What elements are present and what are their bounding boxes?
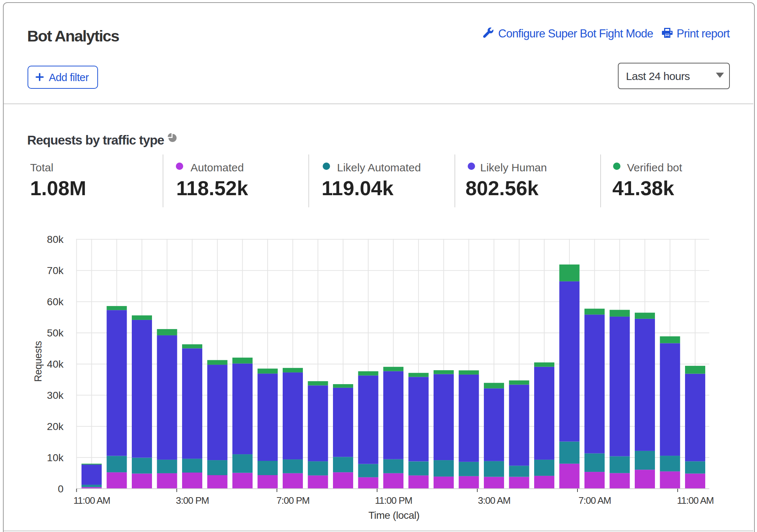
svg-text:50k: 50k — [47, 327, 64, 339]
svg-text:20k: 20k — [47, 421, 64, 432]
svg-text:3:00 PM: 3:00 PM — [176, 495, 209, 506]
svg-text:80k: 80k — [47, 234, 64, 245]
svg-text:0: 0 — [58, 483, 64, 495]
svg-text:Time (local): Time (local) — [368, 510, 419, 521]
svg-text:60k: 60k — [47, 296, 64, 307]
svg-text:10k: 10k — [47, 452, 64, 463]
svg-text:11:00 AM: 11:00 AM — [73, 495, 110, 506]
svg-text:11:00 AM: 11:00 AM — [677, 495, 714, 506]
svg-text:3:00 AM: 3:00 AM — [478, 495, 510, 506]
svg-text:30k: 30k — [47, 390, 64, 401]
svg-text:70k: 70k — [47, 265, 64, 276]
svg-text:7:00 AM: 7:00 AM — [579, 495, 611, 506]
svg-text:7:00 PM: 7:00 PM — [276, 495, 309, 506]
svg-text:40k: 40k — [47, 358, 64, 370]
svg-text:11:00 PM: 11:00 PM — [375, 495, 412, 506]
svg-text:Requests: Requests — [33, 341, 44, 382]
